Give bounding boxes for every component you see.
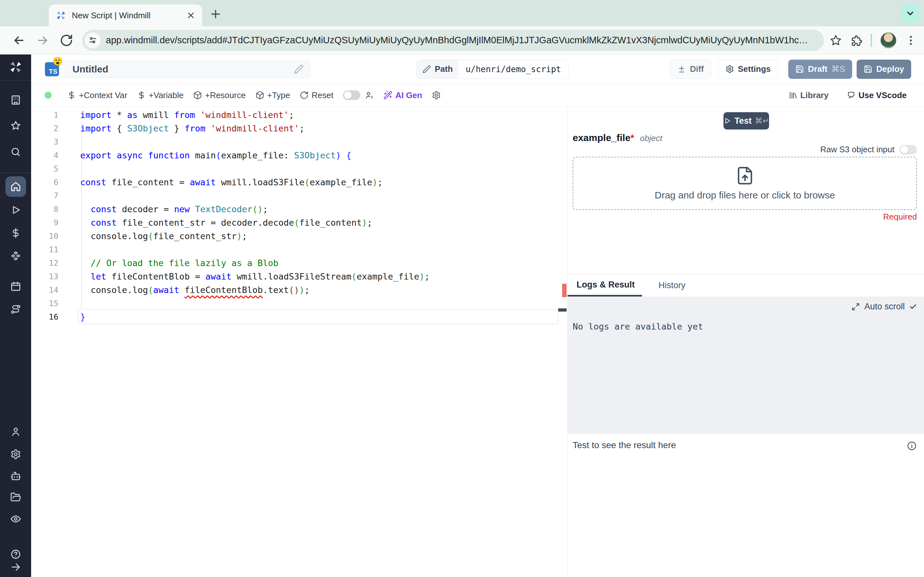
library-icon	[788, 91, 798, 100]
code-editor[interactable]: 1import * as wmill from 'windmill-client…	[31, 107, 567, 577]
code-line[interactable]: 4export async function main(example_file…	[31, 149, 567, 162]
draft-button[interactable]: Draft ⌘S	[788, 60, 852, 79]
sidebar-divider	[0, 80, 31, 81]
raw-s3-toggle[interactable]	[900, 145, 917, 155]
use-vscode-button[interactable]: Use VScode	[846, 90, 907, 100]
code-line[interactable]: 5	[31, 162, 567, 176]
tab-history[interactable]: History	[650, 274, 693, 297]
tab-logs-result[interactable]: Logs & Result	[567, 274, 642, 297]
settings-button[interactable]: Settings	[718, 60, 779, 79]
draft-label: Draft	[808, 64, 827, 74]
sidebar-item-home[interactable]	[5, 176, 26, 197]
settings-label: Settings	[738, 64, 771, 74]
add-variable-button[interactable]: +Variable	[137, 90, 184, 100]
code-line[interactable]: 13 let fileContentBlob = await wmill.loa…	[31, 270, 567, 284]
new-tab-icon[interactable]	[209, 8, 222, 21]
sidebar-item-workers[interactable]	[10, 471, 21, 482]
code-line[interactable]: 9 const file_content_str = decoder.decod…	[31, 216, 567, 229]
browser-tab[interactable]: New Script | Windmill	[49, 5, 202, 26]
tab-title: New Script | Windmill	[72, 11, 186, 21]
file-upload-icon	[735, 166, 754, 185]
add-type-label: +Type	[267, 90, 290, 100]
sidebar-item-expand[interactable]	[10, 562, 21, 572]
sidebar-item-flows[interactable]	[10, 304, 21, 315]
site-settings-icon[interactable]	[85, 32, 101, 48]
line-number: 10	[31, 229, 58, 243]
code-line[interactable]: 16}	[31, 310, 567, 324]
info-icon[interactable]	[907, 441, 917, 451]
browser-menu-icon[interactable]	[905, 34, 917, 47]
reset-button[interactable]: Reset	[300, 90, 333, 100]
line-number: 15	[31, 297, 58, 310]
browser-tabstrip: New Script | Windmill	[0, 0, 924, 26]
multiplayer-switch[interactable]	[343, 90, 360, 100]
path-button[interactable]: Path	[417, 60, 459, 79]
sidebar-item-folders[interactable]	[10, 492, 21, 503]
argument-name: example_file*	[573, 132, 634, 143]
test-button[interactable]: Test ⌘↵	[724, 112, 769, 129]
eye-icon	[10, 514, 21, 524]
extensions-icon[interactable]	[850, 34, 863, 47]
auto-scroll-control[interactable]: Auto scroll	[851, 301, 917, 311]
bookmark-star-icon[interactable]	[830, 34, 842, 47]
code-line[interactable]: 12 // Or load the file lazily as a Blob	[31, 256, 567, 270]
back-icon[interactable]	[12, 34, 26, 47]
code-line[interactable]: 3	[31, 135, 567, 149]
script-title-field[interactable]: Untitled	[63, 60, 310, 79]
code-lines[interactable]: 1import * as wmill from 'windmill-client…	[31, 107, 567, 324]
expand-icon	[851, 303, 860, 311]
sidebar-item-user[interactable]	[10, 426, 21, 437]
path-group[interactable]: Path u/henri/demo_script	[417, 60, 569, 79]
forward-icon[interactable]	[36, 34, 49, 47]
code-line[interactable]: 6const file_content = await wmill.loadS3…	[31, 176, 567, 189]
sidebar-item-variables[interactable]	[10, 227, 21, 239]
sidebar-item-workspace[interactable]	[10, 95, 21, 105]
sidebar-item-audit-logs[interactable]	[10, 514, 21, 524]
url-bar[interactable]: app.windmill.dev/scripts/add#JTdCJTIyaGF…	[82, 30, 824, 51]
multiplayer-toggle[interactable]	[343, 90, 374, 100]
code-line[interactable]: 1import * as wmill from 'windmill-client…	[31, 108, 567, 122]
edit-title-icon[interactable]	[294, 64, 304, 74]
sidebar-item-resources[interactable]	[10, 251, 21, 261]
tab-close-icon[interactable]	[186, 11, 196, 20]
code-line[interactable]: 8 const decoder = new TextDecoder();	[31, 203, 567, 216]
tab-search-button[interactable]	[901, 5, 919, 23]
ai-gen-button[interactable]: AI Gen	[383, 90, 422, 100]
editor-settings-button[interactable]	[432, 91, 441, 100]
dollar-icon	[67, 91, 76, 100]
add-resource-button[interactable]: +Resource	[193, 90, 246, 100]
profile-avatar[interactable]	[880, 32, 897, 48]
home-icon	[10, 181, 21, 192]
refresh-icon	[300, 91, 309, 100]
deploy-label: Deploy	[876, 64, 904, 74]
windmill-logo[interactable]	[8, 60, 23, 74]
code-line[interactable]: 14 console.log(await fileContentBlob.tex…	[31, 284, 567, 297]
result-area: Test to see the result here	[567, 434, 924, 577]
add-context-var-button[interactable]: +Context Var	[67, 90, 128, 100]
sidebar-item-runs[interactable]	[10, 205, 21, 215]
url-text[interactable]: app.windmill.dev/scripts/add#JTdCJTIyaGF…	[106, 35, 816, 45]
sidebar-item-search[interactable]	[10, 147, 21, 157]
sidebar-item-schedules[interactable]	[10, 281, 21, 292]
gear-icon	[10, 449, 21, 460]
sidebar-item-settings[interactable]	[10, 449, 21, 460]
browser-toolbar: app.windmill.dev/scripts/add#JTdCJTIyaGF…	[0, 26, 924, 55]
file-dropzone[interactable]: Drag and drop files here or click to bro…	[573, 157, 917, 210]
reload-icon[interactable]	[60, 34, 73, 47]
deploy-button[interactable]: Deploy	[857, 60, 911, 79]
line-number: 1	[31, 108, 58, 122]
robot-icon	[10, 471, 21, 482]
code-line[interactable]: 2import { S3Object } from 'windmill-clie…	[31, 122, 567, 135]
add-type-button[interactable]: +Type	[255, 90, 290, 100]
code-line[interactable]: 10 console.log(file_content_str);	[31, 229, 567, 243]
library-label: Library	[800, 90, 829, 100]
diff-button[interactable]: Diff	[670, 60, 711, 79]
sidebar-item-help[interactable]	[10, 549, 21, 560]
library-button[interactable]: Library	[788, 90, 829, 100]
logs-tabs: Logs & Result History	[567, 274, 924, 297]
code-line[interactable]: 11	[31, 243, 567, 256]
scrollbar-thumb[interactable]	[558, 308, 567, 311]
sidebar-item-favorites[interactable]	[10, 120, 21, 131]
code-line[interactable]: 7	[31, 189, 567, 203]
code-line[interactable]: 15	[31, 297, 567, 310]
